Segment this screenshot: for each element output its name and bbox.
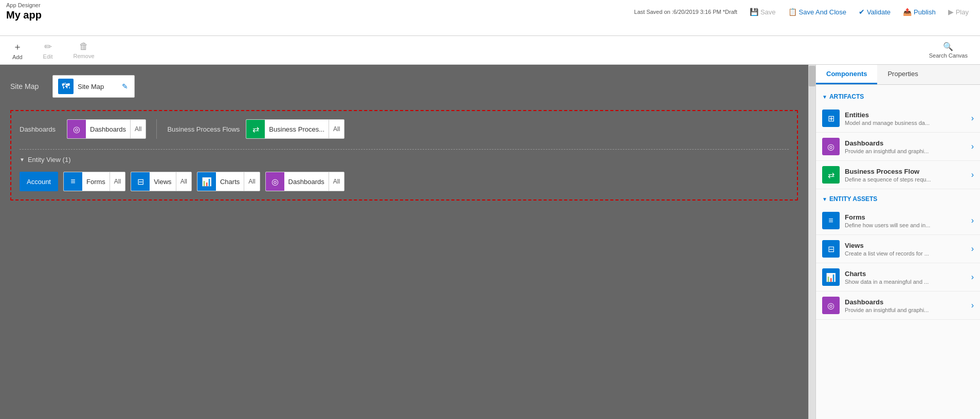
entity-assets-section-header[interactable]: ▼ ENTITY ASSETS <box>816 193 980 207</box>
dashboards-icon: ◎ <box>67 119 86 139</box>
app-info: App Designer My app <box>6 2 42 21</box>
entity-assets-label: ENTITY ASSETS <box>829 195 877 203</box>
entity-view-label: Entity View (1) <box>28 156 71 163</box>
canvas-scrollbar[interactable] <box>808 65 815 419</box>
ent-dashboards-icon: ◎ <box>266 172 284 191</box>
views-box[interactable]: ⊟ Views All <box>131 172 192 191</box>
dashed-separator <box>20 149 789 150</box>
site-map-box[interactable]: 🗺 Site Map ✎ <box>52 75 135 98</box>
remove-button[interactable]: 🗑 Remove <box>69 39 99 61</box>
charts-box[interactable]: 📊 Charts All <box>197 172 260 191</box>
panel-item-dashboards[interactable]: ◎ Dashboards Provide an insightful and g… <box>816 133 980 161</box>
charts-label: Charts <box>216 178 244 186</box>
panel-content: ▼ ARTIFACTS ⊞ Entities Model and manage … <box>816 85 980 419</box>
panel-item-forms[interactable]: ≡ Forms Define how users will see and in… <box>816 207 980 235</box>
entity-view-header[interactable]: ▼ Entity View (1) <box>20 156 789 163</box>
bpf-box[interactable]: ⇄ Business Proces... All <box>246 119 344 139</box>
search-canvas-button[interactable]: 🔍 Search Canvas <box>925 40 972 61</box>
panel-forms-title: Forms <box>845 213 966 221</box>
panel-dashboards-title: Dashboards <box>845 139 966 147</box>
panel-forms-text: Forms Define how users will see and in..… <box>845 213 966 228</box>
entities-desc: Model and manage business da... <box>845 120 948 126</box>
edit-button[interactable]: ✏ Edit <box>39 39 57 62</box>
site-map-icon: 🗺 <box>58 79 74 94</box>
ent-dashboards-label: Dashboards <box>284 178 329 186</box>
canvas-tools: ＋ Add ✏ Edit 🗑 Remove <box>8 39 99 62</box>
artifacts-collapse-icon: ▼ <box>822 94 827 100</box>
remove-icon: 🗑 <box>79 41 88 52</box>
edit-icon: ✏ <box>44 41 52 52</box>
panel-bpf-arrow: › <box>971 170 974 179</box>
canvas-toolbar: ＋ Add ✏ Edit 🗑 Remove 🔍 Search Canvas <box>0 36 980 65</box>
charts-all-button[interactable]: All <box>244 172 259 191</box>
panel-ent-dash-title: Dashboards <box>845 298 966 306</box>
app-title: My app <box>6 9 42 21</box>
tab-components[interactable]: Components <box>816 65 877 84</box>
tab-properties[interactable]: Properties <box>877 65 928 84</box>
forms-all-button[interactable]: All <box>110 172 125 191</box>
dashboards-label: Dashboards <box>86 125 130 133</box>
panel-dashboards-desc: Provide an insightful and graphi... <box>845 148 948 154</box>
top-bar: App Designer My app Last Saved on :6/20/… <box>0 0 980 36</box>
panel-ent-dash-desc: Provide an insightful and graphi... <box>845 307 948 313</box>
main-content: Site Map 🗺 Site Map ✎ Dashboards ◎ Dashb… <box>0 65 980 419</box>
forms-box[interactable]: ≡ Forms All <box>63 172 125 191</box>
right-panel: Components Properties ▼ ARTIFACTS ⊞ Enti… <box>815 65 980 419</box>
panel-ent-dash-text: Dashboards Provide an insightful and gra… <box>845 298 966 313</box>
panel-charts-desc: Show data in a meaningful and ... <box>845 279 948 285</box>
dashboards-all-button[interactable]: All <box>130 120 146 138</box>
site-map-text: Site Map <box>78 83 117 90</box>
entity-assets-collapse-icon: ▼ <box>822 196 827 202</box>
last-saved-label: Last Saved on :6/20/2019 3:16 PM *Draft <box>634 9 737 15</box>
entities-icon: ⊞ <box>822 110 840 127</box>
views-all-button[interactable]: All <box>176 172 191 191</box>
panel-item-views[interactable]: ⊟ Views Create a list view of records fo… <box>816 235 980 263</box>
panel-ent-dash-arrow: › <box>971 301 974 310</box>
scrollbar-thumb[interactable] <box>809 66 815 86</box>
panel-bpf-text: Business Process Flow Define a sequence … <box>845 168 966 183</box>
panel-views-desc: Create a list view of records for ... <box>845 250 948 257</box>
panel-bpf-icon: ⇄ <box>822 166 840 184</box>
collapse-icon: ▼ <box>20 157 25 162</box>
add-button[interactable]: ＋ Add <box>8 39 27 62</box>
panel-forms-icon: ≡ <box>822 212 840 229</box>
panel-charts-icon: 📊 <box>822 268 840 286</box>
dashboards-box[interactable]: ◎ Dashboards All <box>67 119 146 139</box>
panel-tabs: Components Properties <box>816 65 980 85</box>
panel-bpf-desc: Define a sequence of steps requ... <box>845 176 948 183</box>
forms-icon: ≡ <box>64 172 82 191</box>
play-button[interactable]: ▶ Play <box>943 5 974 19</box>
validate-icon: ✔ <box>859 8 865 16</box>
panel-charts-title: Charts <box>845 270 966 278</box>
save-button[interactable]: 💾 Save <box>745 5 781 19</box>
artifacts-label: ARTIFACTS <box>829 93 864 100</box>
entities-title: Entities <box>845 111 966 119</box>
forms-label: Forms <box>82 178 110 186</box>
entities-text: Entities Model and manage business da... <box>845 111 966 126</box>
ent-dashboards-all-button[interactable]: All <box>329 172 344 191</box>
panel-bpf-title: Business Process Flow <box>845 168 966 175</box>
bpf-all-button[interactable]: All <box>329 120 344 138</box>
views-icon: ⊟ <box>131 172 150 191</box>
search-icon: 🔍 <box>943 42 953 51</box>
panel-item-ent-dashboards[interactable]: ◎ Dashboards Provide an insightful and g… <box>816 292 980 320</box>
publish-icon: 📤 <box>903 8 912 16</box>
views-label: Views <box>150 178 175 186</box>
site-map-edit-button[interactable]: ✎ <box>121 81 129 92</box>
entity-assets-row: Account ≡ Forms All ⊟ Views All <box>20 172 789 191</box>
panel-views-text: Views Create a list view of records for … <box>845 242 966 257</box>
bpf-row-label: Business Process Flows <box>167 125 240 133</box>
publish-button[interactable]: 📤 Publish <box>898 5 941 19</box>
app-designer-label: App Designer <box>6 2 42 8</box>
panel-views-title: Views <box>845 242 966 249</box>
panel-item-bpf[interactable]: ⇄ Business Process Flow Define a sequenc… <box>816 161 980 189</box>
ent-dashboards-box[interactable]: ◎ Dashboards All <box>265 172 344 191</box>
validate-button[interactable]: ✔ Validate <box>854 5 896 19</box>
artifacts-section-header[interactable]: ▼ ARTIFACTS <box>816 91 980 104</box>
panel-item-charts[interactable]: 📊 Charts Show data in a meaningful and .… <box>816 263 980 292</box>
save-and-close-button[interactable]: 📋 Save And Close <box>783 5 852 19</box>
account-button[interactable]: Account <box>20 172 58 191</box>
entities-arrow: › <box>971 114 974 123</box>
entity-section: Dashboards ◎ Dashboards All Business Pro… <box>10 110 798 201</box>
panel-item-entities[interactable]: ⊞ Entities Model and manage business da.… <box>816 104 980 133</box>
